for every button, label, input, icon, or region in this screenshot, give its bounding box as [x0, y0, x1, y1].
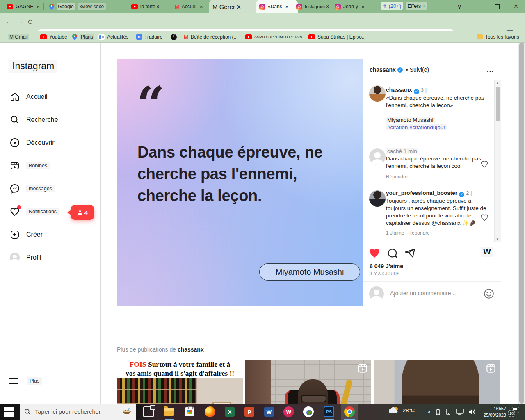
sidebar-item-bobines[interactable]: Bobines: [5, 156, 91, 176]
window-maximize-button[interactable]: [489, 0, 505, 13]
notification-center-icon[interactable]: 18: [509, 407, 519, 417]
page-scrollbar[interactable]: [518, 43, 525, 404]
network-display-icon[interactable]: [456, 409, 464, 415]
comments-scrollbar[interactable]: ▲ ▼: [494, 80, 501, 242]
tab-close-icon[interactable]: ×: [37, 4, 40, 10]
start-button[interactable]: [4, 407, 14, 417]
forward-button[interactable]: →: [17, 18, 25, 25]
sidebar-item-creer[interactable]: Créer: [5, 225, 91, 244]
window-close-button[interactable]: ×: [508, 0, 524, 13]
youtube-icon: [245, 34, 252, 39]
reply-button[interactable]: Répondre: [386, 173, 408, 180]
powerpoint-icon[interactable]: P: [243, 405, 256, 418]
avatar[interactable]: [369, 85, 386, 102]
post-author-username[interactable]: chassanx: [370, 66, 396, 73]
comment-input[interactable]: Ajouter un commentaire...: [390, 290, 456, 297]
taskbar-search[interactable]: Taper ici pour rechercher: [20, 404, 136, 420]
weather-cloud-icon: [389, 406, 399, 414]
like-count[interactable]: 6 049 J'aime: [370, 263, 403, 269]
firefox-icon[interactable]: [203, 405, 217, 418]
verified-badge-icon: ✓: [459, 192, 464, 197]
tab-jean[interactable]: Jean-y ×: [331, 0, 379, 13]
bookmark-gmail[interactable]: M Gmail: [8, 33, 29, 41]
tab-accueil[interactable]: M Accuei ×: [171, 0, 214, 13]
sidebar-item-profil[interactable]: Profil: [5, 248, 91, 267]
caption-username[interactable]: chassanx: [386, 87, 412, 93]
window-minimize-button[interactable]: —: [470, 0, 486, 13]
reload-button[interactable]: C: [28, 18, 34, 25]
microsoft-store-icon[interactable]: [183, 405, 196, 418]
scroll-down-arrow[interactable]: ▼: [496, 237, 499, 241]
tab-google[interactable]: Google xview-sexe: [46, 0, 130, 13]
save-bookmark-button[interactable]: W: [481, 247, 493, 257]
sidebar-item-recherche[interactable]: Recherche: [5, 110, 91, 130]
bookmark-inbox[interactable]: MBoîte de réception (...: [184, 33, 238, 41]
tab-gerer[interactable]: M Gérer X: [209, 0, 262, 13]
like-heart-icon[interactable]: [369, 247, 380, 259]
scroll-up-arrow[interactable]: ▲: [496, 81, 499, 85]
tab-dans-active[interactable]: «Dans ×: [256, 0, 298, 13]
word-icon[interactable]: W: [262, 405, 276, 418]
bookmark-globe[interactable]: [171, 33, 177, 41]
scrollbar-thumb[interactable]: [519, 43, 524, 404]
tab-instagram[interactable]: Instagram X: [293, 0, 334, 13]
tab-label: Accuei: [182, 4, 196, 9]
avatar[interactable]: [369, 148, 386, 165]
post-options-icon[interactable]: …: [486, 66, 494, 74]
comment-1: caché 1 min Dans chaque épreuve, ne cher…: [386, 148, 488, 180]
taskbar-clock[interactable]: 16h57 25/09/2023: [475, 405, 506, 418]
password-manager-icon[interactable]: [302, 405, 315, 418]
time-label: 16h57: [475, 405, 506, 412]
back-button[interactable]: ←: [6, 18, 14, 25]
comments-section: chassanx✓3 j «Dans chaque épreuve, ne ch…: [363, 80, 501, 242]
sidebar-item-plus[interactable]: Plus: [9, 377, 42, 385]
bookmark-traduire[interactable]: GTraduire: [136, 33, 162, 41]
comment-username[interactable]: your_professional_booster: [386, 190, 457, 196]
bookmark-asmr[interactable]: ASMR SUPPRIMER L'ÉTAIN...: [245, 33, 306, 41]
avatar[interactable]: [369, 190, 386, 207]
tab-close-icon[interactable]: ×: [285, 4, 289, 10]
bookmark-plans[interactable]: Plans: [72, 33, 94, 41]
emoji-smiley-icon[interactable]: [484, 288, 494, 299]
chrome-icon[interactable]: [343, 405, 356, 418]
phone-link-icon[interactable]: [445, 408, 452, 415]
bookmark-supa[interactable]: Supa Strikas | Épiso...: [308, 33, 366, 41]
reply-button[interactable]: Répondre: [408, 230, 430, 236]
tab-search-chevron[interactable]: ∨: [451, 0, 468, 13]
comment-like-icon[interactable]: [480, 213, 488, 221]
share-plane-icon[interactable]: [404, 248, 415, 259]
bookmark-actualites[interactable]: Actualités: [98, 33, 128, 41]
follow-state-button[interactable]: Suivi(e): [410, 66, 429, 73]
messenger-icon: [10, 184, 20, 194]
taskbar-weather[interactable]: 28°C: [389, 406, 415, 414]
instagram-logo[interactable]: Instagram: [9, 60, 57, 73]
photoshop-icon[interactable]: PS: [322, 405, 336, 418]
excel-icon[interactable]: X: [223, 405, 236, 418]
tab-label: la forte x: [140, 4, 159, 9]
comment-like-icon[interactable]: [480, 160, 488, 168]
sidebar-item-decouvrir[interactable]: Découvrir: [5, 133, 91, 153]
more-posts-username[interactable]: chassanx: [178, 346, 204, 353]
tab-la-forte[interactable]: la forte x: [128, 0, 174, 13]
comment-bubble-icon[interactable]: [387, 248, 398, 259]
caption-hashtags[interactable]: #citation #citationdujour: [386, 124, 447, 130]
tab-close-icon[interactable]: ×: [361, 4, 365, 10]
file-explorer-icon[interactable]: [162, 405, 176, 418]
comment-like-count[interactable]: 1 J'aime: [386, 230, 404, 236]
bookmarks-bar: M Gmail Youtube Plans Actualités GTradui…: [0, 31, 525, 43]
task-view-icon[interactable]: [142, 405, 155, 418]
sidebar-item-messages[interactable]: messages: [5, 179, 91, 199]
bookmark-youtube[interactable]: Youtube: [40, 33, 67, 41]
usb-device-icon[interactable]: [435, 408, 441, 415]
wps-icon[interactable]: W: [282, 405, 295, 418]
tray-chevron-icon[interactable]: ∧: [427, 409, 431, 415]
tab-close-icon[interactable]: ×: [200, 4, 203, 10]
scrollbar-thumb[interactable]: [496, 87, 500, 121]
bookmark-all-favorites[interactable]: Tous les favoris: [477, 33, 519, 41]
tab-gagne[interactable]: GAGNE ×: [3, 0, 49, 13]
notification-count-badge[interactable]: 4: [71, 205, 94, 220]
tab-overflow-counter[interactable]: ✝ (20+) Effets +: [381, 2, 427, 10]
sidebar-item-accueil[interactable]: Accueil: [5, 87, 91, 107]
verified-badge-icon: ✓: [397, 67, 403, 73]
bookmark-label: Plans: [80, 34, 94, 40]
